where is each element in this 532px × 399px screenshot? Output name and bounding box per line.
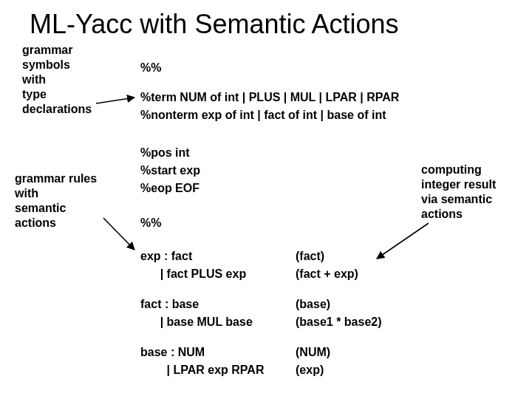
code-action-base-a: (NUM) [296,344,330,362]
code-action-fact-b: (base1 * base2) [296,313,382,332]
arrow-grammar-symbols [96,98,134,103]
code-rule-exp-a: exp : fact [140,248,192,266]
code-start: %start exp [140,162,200,180]
code-rule-fact-a: fact : base [140,296,199,314]
annotation-grammar-symbols: grammar symbols with type declarations [22,43,92,117]
code-eop: %eop EOF [140,180,200,198]
code-pos: %pos int [140,144,190,163]
arrow-computing [377,223,429,259]
annotation-grammar-rules: grammar rules with semantic actions [15,171,97,231]
code-sep1: %% [140,59,161,78]
arrow-grammar-rules [103,218,134,250]
code-term: %term NUM of int | PLUS | MUL | LPAR | R… [140,89,399,107]
code-action-exp-a: (fact) [296,248,324,266]
code-action-base-b: (exp) [296,361,324,380]
code-rule-base-a: base : NUM [140,344,205,362]
code-sep2: %% [140,214,161,233]
code-action-exp-b: (fact + exp) [296,265,358,284]
code-action-fact-a: (base) [296,296,330,314]
annotation-computing: computing integer result via semantic ac… [421,163,496,222]
code-rule-exp-b: | fact PLUS exp [140,265,246,284]
code-rule-base-b: | LPAR exp RPAR [140,361,264,380]
slide: ML-Yacc with Semantic Actions grammar sy… [0,0,532,399]
code-rule-fact-b: | base MUL base [140,313,253,332]
code-nonterm: %nonterm exp of int | fact of int | base… [140,106,386,125]
slide-title: ML-Yacc with Semantic Actions [30,9,517,40]
